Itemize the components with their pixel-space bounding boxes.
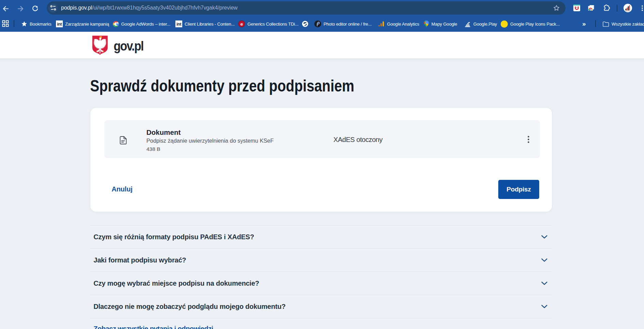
svg-text:int: int [176, 22, 182, 27]
svg-text:e: e [240, 22, 243, 27]
svg-text:int: int [57, 22, 62, 27]
